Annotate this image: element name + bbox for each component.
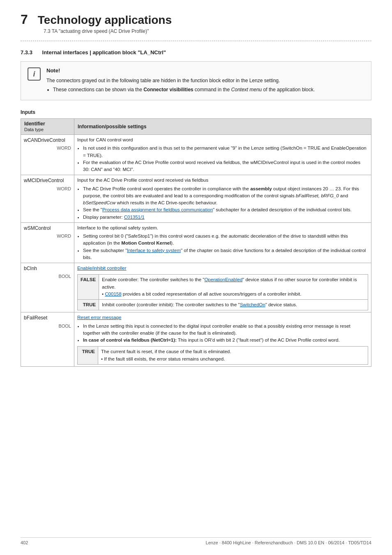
col-info-header: Information/possible settings: [74, 119, 371, 135]
identifier-cell: wMCIDriveControlWORD: [21, 175, 74, 223]
inputs-table: Identifier Data type Information/possibl…: [21, 118, 371, 367]
inner-desc: Inhibit controller (controller inhibit):…: [99, 300, 368, 310]
list-item: In the Lenze setting this input is conne…: [83, 323, 368, 337]
table-header-row: Identifier Data type Information/possibl…: [21, 119, 371, 135]
data-type: WORD: [24, 233, 71, 240]
info-cell: Input for CAN control wordIs not used in…: [74, 135, 371, 175]
identifier-name: bCInh: [24, 266, 37, 271]
section-divider: [21, 41, 371, 41]
list-item: For the evaluation of the AC Drive Profi…: [83, 159, 368, 173]
identifier-cell: wCANDriveControlWORD: [21, 135, 74, 175]
inputs-label: Inputs: [21, 109, 371, 115]
note-box: i Note! The connectors grayed out in the…: [21, 61, 371, 100]
enable-inhibit-link[interactable]: Enable/inhibit controller: [77, 266, 127, 271]
inner-table: FALSEEnable controller: The controller s…: [77, 274, 368, 310]
list-item: Is not used in this configuration and is…: [83, 145, 368, 159]
note-title: Note!: [46, 67, 315, 74]
c01351-link[interactable]: C01351/1: [124, 215, 145, 220]
data-type: BOOL: [24, 323, 71, 330]
inner-desc: Enable controller: The controller switch…: [99, 275, 368, 300]
section-title: Internal interfaces | application block …: [42, 49, 166, 56]
inner-table: TRUEThe current fault is reset, if the c…: [77, 346, 368, 365]
note-bold: Connector visibilities: [143, 87, 193, 92]
inner-table-row: TRUEInhibit controller (controller inhib…: [78, 300, 368, 310]
identifier-name: wSMControl: [24, 225, 51, 231]
inner-table-row: TRUEThe current fault is reset, if the c…: [78, 347, 368, 365]
note-text: The connectors grayed out in the followi…: [46, 77, 315, 93]
section-number: 7.3.3: [21, 49, 32, 56]
note-paragraph: The connectors grayed out in the followi…: [46, 78, 280, 83]
page-number: 402: [21, 540, 28, 545]
identifier-name: wMCIDriveControl: [24, 178, 64, 183]
identifier-cell: wSMControlWORD: [21, 222, 74, 263]
info-title: Interface to the optional safety system.: [77, 225, 158, 230]
inner-val: TRUE: [78, 347, 98, 365]
reset-error-link[interactable]: Reset error message: [77, 315, 121, 320]
list-item: Display parameter: C01351/1: [83, 214, 368, 221]
list-item: In case of control via fieldbus (NetCtrl…: [83, 337, 368, 344]
identifier-name: bFailReset: [24, 315, 47, 321]
data-type: WORD: [24, 145, 71, 152]
info-cell: Reset error messageIn the Lenze setting …: [74, 312, 371, 367]
inner-table-row: FALSEEnable controller: The controller s…: [78, 275, 368, 300]
inner-desc: The current fault is reset, if the cause…: [98, 347, 368, 365]
doc-info: Lenze · 8400 HighLine · Referenzhandbuch…: [206, 540, 371, 545]
info-cell: Interface to the optional safety system.…: [74, 222, 371, 263]
list-item: See the subchapter "Interface to safety …: [83, 247, 368, 261]
note-italic: Context menu: [231, 87, 262, 92]
info-title: Input for CAN control word: [77, 137, 133, 142]
identifier-name: wCANDriveControl: [24, 137, 65, 143]
info-title: Input for the AC Drive Profile control w…: [77, 178, 208, 183]
table-row: bFailResetBOOLReset error messageIn the …: [21, 312, 371, 367]
note-icon: i: [28, 67, 41, 81]
chapter-title: Technology applications: [38, 12, 172, 27]
inner-val: TRUE: [78, 300, 99, 310]
info-cell: Enable/inhibit controllerFALSEEnable con…: [74, 263, 371, 312]
page-footer: 402 Lenze · 8400 HighLine · Referenzhand…: [21, 537, 371, 545]
safety-system-link[interactable]: Interface to safety system: [127, 248, 181, 253]
note-bullets: These connections can be shown via the C…: [53, 86, 315, 93]
list-item: See the "Process data assignment for fie…: [83, 206, 368, 213]
list-item: Setting control bit 0 ("SafeStop1") in t…: [83, 233, 368, 247]
data-type: WORD: [24, 185, 71, 192]
inner-val: FALSE: [78, 275, 99, 300]
note-bullet-1: These connections can be shown via the C…: [53, 86, 315, 93]
chapter-number: 7: [21, 12, 28, 27]
section-heading: 7.3.3 Internal interfaces | application …: [21, 49, 371, 56]
sub-header: 7.3 TA "actuating drive speed (AC Drive …: [44, 28, 371, 34]
page-header: 7 Technology applications: [21, 12, 371, 27]
table-row: bCInhBOOLEnable/inhibit controllerFALSEE…: [21, 263, 371, 312]
table-row: wMCIDriveControlWORDInput for the AC Dri…: [21, 175, 371, 223]
identifier-cell: bCInhBOOL: [21, 263, 74, 312]
info-cell: Input for the AC Drive Profile control w…: [74, 175, 371, 223]
switched-on-link[interactable]: SwitchedOn: [240, 302, 265, 307]
table-row: wCANDriveControlWORDInput for CAN contro…: [21, 135, 371, 175]
operation-enabled-link[interactable]: OperationEnabled: [204, 277, 242, 282]
identifier-cell: bFailResetBOOL: [21, 312, 74, 367]
col-identifier-header: Identifier Data type: [21, 119, 74, 135]
list-item: The AC Drive Profile control word operat…: [83, 185, 368, 207]
c00158-link[interactable]: C00158: [105, 291, 121, 296]
note-content: Note! The connectors grayed out in the f…: [46, 67, 315, 94]
table-row: wSMControlWORDInterface to the optional …: [21, 222, 371, 263]
process-data-link[interactable]: Process data assignment for fieldbus com…: [102, 207, 213, 212]
data-type: BOOL: [24, 273, 71, 280]
